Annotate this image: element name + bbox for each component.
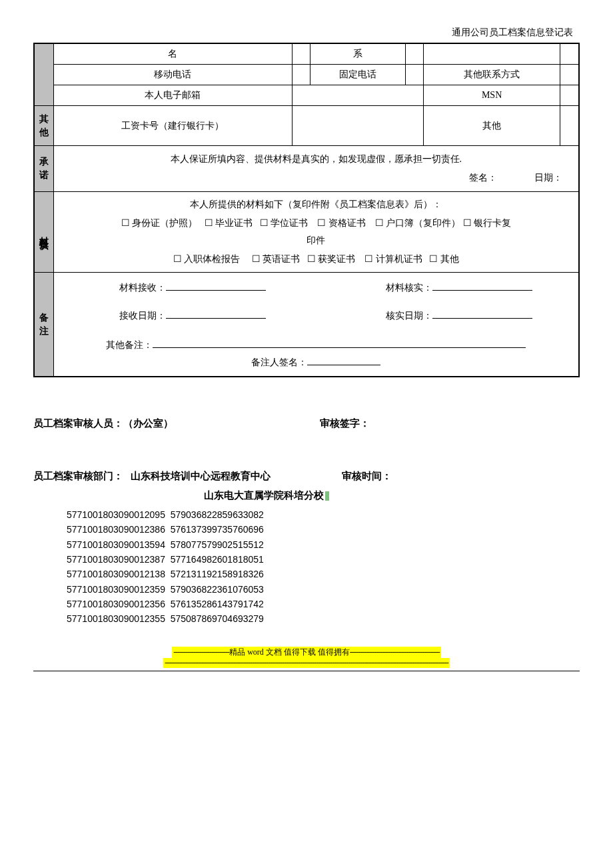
number-row: 5771001803090012355 575087869704693279 — [67, 611, 580, 626]
checkbox-icon: ☐ — [317, 217, 326, 228]
footer-text: 精品 word 文档 值得下载 值得拥有 — [229, 647, 350, 657]
commitment-sign-label: 签名： — [469, 173, 497, 183]
blank-1 — [424, 43, 560, 65]
label-fixed-phone: 固定电话 — [310, 65, 406, 85]
footer-line2: ----------------------------------------… — [163, 658, 449, 668]
materials-intro: 本人所提供的材料如下（复印件附《员工档案信息表》后）： — [57, 196, 576, 214]
label-relation: 系 — [310, 43, 406, 65]
footer-dash-left: ---------------------------- — [173, 647, 229, 657]
row-materials: 材料提供 本人所提供的材料如下（复印件附《员工档案信息表》后）： ☐ 身份证（护… — [34, 192, 579, 273]
page-header-title: 通用公司员工档案信息登记表 — [33, 27, 580, 39]
row-name-relation: 名 系 — [34, 43, 579, 65]
checkbox-icon: ☐ — [173, 253, 182, 264]
checkbox-icon: ☐ — [121, 217, 130, 228]
page-bottom-border — [33, 671, 580, 671]
row-remarks: 备注 材料接收： 材料核实： 接收日期： 核实日期： 其他备注： — [34, 273, 579, 377]
side-remarks: 备注 — [34, 273, 53, 377]
label-name: 名 — [53, 43, 292, 65]
commitment-content: 本人保证所填内容、提供材料是真实的，如发现虚假，愿承担一切责任. 签名： 日期： — [53, 146, 579, 192]
side-other: 其他 — [34, 106, 53, 146]
verify-date-label: 核实日期： — [386, 311, 432, 321]
commitment-date-label: 日期： — [534, 173, 562, 183]
label-other-contact: 其他联系方式 — [424, 65, 560, 85]
remarks-content: 材料接收： 材料核实： 接收日期： 核实日期： 其他备注： 备注人签名： — [53, 273, 579, 377]
row-phones: 移动电话 固定电话 其他联系方式 — [34, 65, 579, 85]
side-commitment: 承诺 — [34, 146, 53, 192]
side-blank-1 — [34, 43, 53, 106]
footer-banner: ----------------------------精品 word 文档 值… — [33, 647, 580, 668]
row-other-section: 其他 工资卡号（建行银行卡） 其他 — [34, 106, 579, 146]
reviewer-label: 员工档案审核人员：（办公室） — [33, 417, 320, 430]
value-mobile — [292, 65, 310, 85]
checkbox-icon: ☐ — [463, 217, 472, 228]
materials-line2: ☐ 入职体检报告 ☐ 英语证书 ☐ 获奖证书 ☐ 计算机证书 ☐ 其他 — [57, 250, 576, 269]
label-mobile: 移动电话 — [53, 65, 292, 85]
label-email: 本人电子邮箱 — [53, 85, 292, 106]
verify-label: 材料核实： — [386, 283, 432, 293]
number-row: 5771001803090012356 576135286143791742 — [67, 597, 580, 611]
value-salary-card — [292, 106, 424, 146]
number-row: 5771001803090012387 577164982601818051 — [67, 552, 580, 567]
receive-date-line — [166, 309, 266, 319]
blank-2 — [560, 43, 579, 65]
value-fixed-phone — [405, 65, 423, 85]
review-sign-label: 审核签字： — [320, 417, 580, 430]
value-relation — [405, 43, 423, 65]
footer-dash-right: ----------------------------------------… — [350, 647, 440, 657]
value-email — [292, 85, 424, 106]
materials-line1-suffix: 印件 — [57, 232, 576, 250]
value-other-other — [560, 106, 579, 146]
materials-line1: ☐ 身份证（护照） ☐ 毕业证书 ☐ 学位证书 ☐ 资格证书 ☐ 户口簿（复印件… — [57, 214, 576, 233]
checkbox-icon: ☐ — [364, 253, 373, 264]
checkbox-icon: ☐ — [252, 253, 261, 264]
value-name — [292, 43, 310, 65]
review-time-label: 审核时间： — [342, 470, 580, 483]
remarker-sign-label: 备注人签名： — [251, 357, 307, 367]
checkbox-icon: ☐ — [429, 253, 438, 264]
row-commitment: 承诺 本人保证所填内容、提供材料是真实的，如发现虚假，愿承担一切责任. 签名： … — [34, 146, 579, 192]
checkbox-icon: ☐ — [375, 217, 384, 228]
verify-line — [432, 281, 532, 291]
number-row: 5771001803090012359 579036822361076053 — [67, 582, 580, 597]
number-row: 5771001803090012386 576137399735760696 — [67, 522, 580, 537]
receive-date-label: 接收日期： — [119, 311, 166, 321]
checkbox-icon: ☐ — [307, 253, 316, 264]
other-remarks-line — [153, 339, 526, 348]
receive-label: 材料接收： — [119, 283, 166, 293]
dept-label: 员工档案审核部门： — [33, 471, 123, 481]
side-materials: 材料提供 — [34, 192, 53, 273]
dept-value-1: 山东科技培训中心远程教育中心 — [131, 471, 271, 481]
cursor-icon — [325, 491, 329, 501]
value-msn — [560, 85, 579, 106]
reviewer-row: 员工档案审核人员：（办公室） 审核签字： — [33, 417, 580, 430]
remarker-sign-line — [307, 356, 380, 365]
checkbox-icon: ☐ — [260, 217, 269, 228]
label-msn: MSN — [424, 85, 560, 106]
other-remarks-label: 其他备注： — [106, 340, 153, 350]
review-dept-block: 员工档案审核部门： 山东科技培训中心远程教育中心 审核时间： 山东电大直属学院科… — [33, 470, 580, 502]
row-email-msn: 本人电子邮箱 MSN — [34, 85, 579, 106]
number-row: 5771001803090012095 579036822859633082 — [67, 507, 580, 522]
checkbox-icon: ☐ — [205, 217, 213, 228]
numbers-list: 5771001803090012095 579036822859633082 5… — [33, 507, 580, 627]
number-row: 5771001803090012138 572131192158918326 — [67, 567, 580, 581]
commitment-text: 本人保证所填内容、提供材料是真实的，如发现虚假，愿承担一切责任. — [57, 150, 576, 169]
receive-line — [166, 281, 266, 291]
label-salary-card: 工资卡号（建行银行卡） — [53, 106, 292, 146]
materials-content: 本人所提供的材料如下（复印件附《员工档案信息表》后）： ☐ 身份证（护照） ☐ … — [53, 192, 579, 273]
dept-value-2: 山东电大直属学院科培分校 — [204, 490, 324, 501]
label-other-other: 其他 — [424, 106, 560, 146]
form-table: 名 系 移动电话 固定电话 其他联系方式 本人电子邮箱 MSN 其他 工资卡号（… — [33, 43, 580, 377]
verify-date-line — [432, 309, 532, 319]
value-other-contact — [560, 65, 579, 85]
number-row: 5771001803090013594 578077579902515512 — [67, 537, 580, 552]
